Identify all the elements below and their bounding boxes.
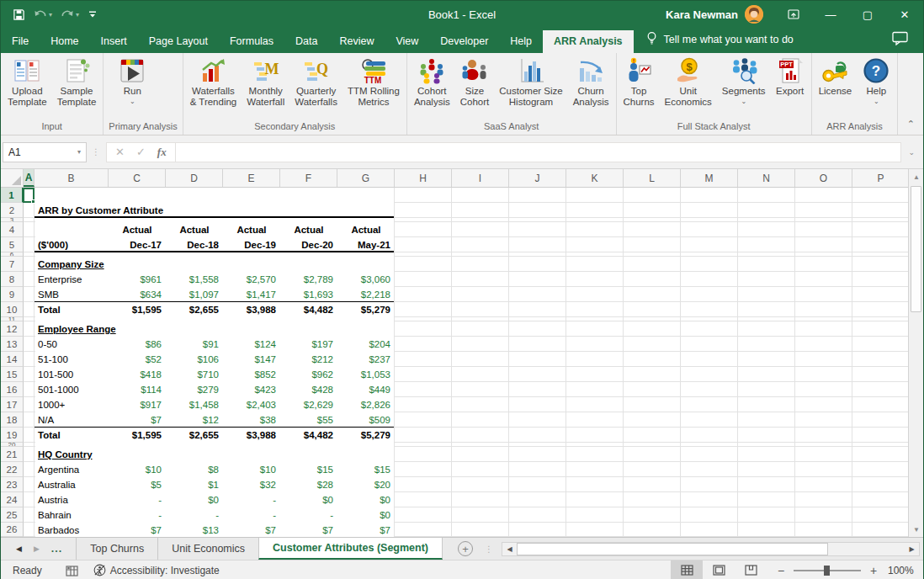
sample-template-button[interactable]: SampleTemplate [52,55,102,108]
row-header-2[interactable]: 2 [1,203,24,218]
cell-D13[interactable]: $91 [166,337,223,352]
ribbon-display-options-icon[interactable] [775,1,812,28]
cell-E18[interactable]: $38 [223,412,280,428]
cell-C25[interactable]: - [109,507,166,523]
column-header-P[interactable]: P [852,169,910,187]
cell-C17[interactable]: $917 [109,397,166,412]
cell-F9[interactable]: $1,693 [280,287,337,302]
horizontal-scrollbar[interactable]: ◀ ▶ [502,542,920,556]
cell-E25[interactable]: - [223,507,280,523]
formula-input[interactable] [175,142,902,162]
cell-F15[interactable]: $962 [280,367,337,382]
zoom-slider-thumb[interactable] [824,566,830,576]
cell-D4[interactable]: Actual [166,222,223,237]
cell-D18[interactable]: $12 [166,412,223,428]
scroll-up-icon[interactable]: ▲ [909,169,924,184]
waterfalls-trending-button[interactable]: Waterfalls& Trending [185,55,242,108]
cell-G9[interactable]: $2,218 [337,287,395,302]
ttm-rolling-metrics-button[interactable]: TTMTTM RollingMetrics [343,55,405,108]
column-header-F[interactable]: F [280,169,337,187]
cell-G4[interactable]: Actual [337,222,395,237]
column-header-A[interactable]: A [24,169,35,187]
row-header-13[interactable]: 13 [1,337,24,352]
row-header-14[interactable]: 14 [1,352,24,367]
undo-icon[interactable]: ▾ [34,8,52,20]
cell-E8[interactable]: $2,570 [223,272,280,287]
cell-E4[interactable]: Actual [223,222,280,237]
expand-formula-bar-icon[interactable]: ⌄ [901,148,921,157]
cell-D26[interactable]: $13 [166,523,223,537]
tab-page-layout[interactable]: Page Layout [138,30,219,53]
cell-F19[interactable]: $4,482 [280,428,337,443]
cell-D24[interactable]: $0 [166,492,223,507]
unit-economics-button[interactable]: $UnitEconomics [660,55,717,108]
cancel-formula-icon[interactable]: ✕ [115,146,125,158]
zoom-out-icon[interactable]: − [775,564,787,577]
tab-insert[interactable]: Insert [90,30,138,53]
row-header-12[interactable]: 12 [1,321,24,337]
tab-developer[interactable]: Developer [429,30,499,53]
prev-sheet-icon[interactable]: ◀ [16,544,22,553]
cohort-analysis-button[interactable]: CohortAnalysis [409,55,455,108]
cell-F26[interactable]: $7 [280,523,337,537]
cell-F23[interactable]: $28 [280,477,337,492]
tell-me-box[interactable]: Tell me what you want to do [634,26,805,53]
customize-qat-icon[interactable] [88,9,98,19]
scroll-down-icon[interactable]: ▼ [909,522,924,537]
cell-C23[interactable]: $5 [109,477,166,492]
new-sheet-button[interactable]: + [454,538,476,560]
vertical-scroll-thumb[interactable] [911,186,921,312]
column-header-E[interactable]: E [223,169,280,187]
cell-grid[interactable]: 12ARR by Customer Attribute34ActualActua… [1,188,910,537]
column-header-J[interactable]: J [509,169,566,187]
cell-C13[interactable]: $86 [109,337,166,352]
column-header-K[interactable]: K [566,169,624,187]
page-layout-view-icon[interactable] [703,560,735,579]
column-header-H[interactable]: H [395,169,452,187]
monthly-waterfall-button[interactable]: MMonthlyWaterfall [242,55,289,108]
tab-view[interactable]: View [385,30,429,53]
cell-C4[interactable]: Actual [109,222,166,237]
scroll-left-icon[interactable]: ◀ [502,543,517,555]
column-header-B[interactable]: B [35,169,109,187]
normal-view-icon[interactable] [671,560,703,579]
redo-icon[interactable]: ▾ [61,8,79,20]
vertical-scrollbar[interactable]: ▲ ▼ [908,169,923,537]
size-cohort-button[interactable]: SizeCohort [455,55,495,108]
cell-E10[interactable]: $3,988 [223,302,280,317]
tab-home[interactable]: Home [40,30,89,53]
cell-D16[interactable]: $279 [166,382,223,397]
name-box-dropdown-icon[interactable]: ▾ [77,148,81,156]
help-button[interactable]: ?Help⌄ [857,55,895,105]
insert-function-icon[interactable]: fx [157,146,167,159]
churn-analysis-button[interactable]: ChurnAnalysis [568,55,614,108]
minimize-button[interactable]: — [812,1,849,28]
column-header-N[interactable]: N [738,169,795,187]
accessibility-status[interactable]: Accessibility: Investigate [87,564,226,576]
run-button[interactable]: Run⌄ [105,55,159,105]
row-header-8[interactable]: 8 [1,272,24,287]
cell-E23[interactable]: $32 [223,477,280,492]
customer-size-histogram-button[interactable]: Customer SizeHistogram [494,55,567,108]
tab-data[interactable]: Data [284,30,328,53]
user-name[interactable]: Kara Newman [666,8,738,21]
comments-icon[interactable] [892,36,908,48]
cell-F17[interactable]: $2,629 [280,397,337,412]
cell-F22[interactable]: $15 [280,462,337,477]
cell-F8[interactable]: $2,789 [280,272,337,287]
cell-C24[interactable]: - [109,492,166,507]
cell-F25[interactable]: - [280,507,337,523]
license-button[interactable]: License [814,55,858,97]
cell-E9[interactable]: $1,417 [223,287,280,302]
zoom-slider[interactable] [794,570,861,571]
cell-G17[interactable]: $2,826 [337,397,395,412]
cell-G10[interactable]: $5,279 [337,302,395,317]
row-header-17[interactable]: 17 [1,397,24,412]
row-header-10[interactable]: 10 [1,302,24,317]
cell-D22[interactable]: $8 [166,462,223,477]
next-sheet-icon[interactable]: ▶ [34,544,40,553]
cell-G25[interactable]: $0 [337,507,395,523]
column-header-G[interactable]: G [337,169,395,187]
row-header-7[interactable]: 7 [1,257,24,272]
sheet-tab-active[interactable]: Customer Attributes (Segment) [258,538,443,560]
